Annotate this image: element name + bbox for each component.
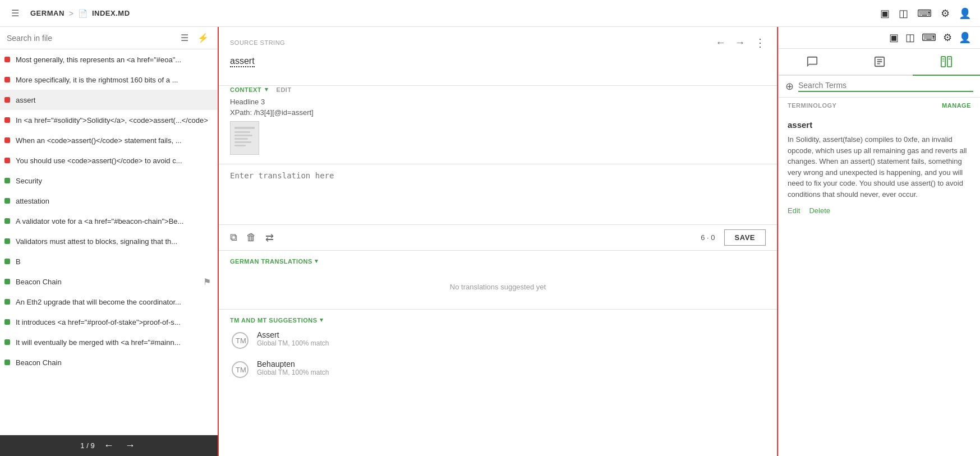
list-item[interactable]: In <a href="#solidity">Solidity</a>, <co… — [0, 110, 218, 130]
svg-rect-14 — [941, 57, 945, 67]
file-name[interactable]: INDEX.MD — [92, 9, 130, 17]
next-page-button[interactable]: → — [123, 440, 137, 452]
right-keyboard-icon[interactable]: ⌨ — [922, 31, 936, 44]
replace-translation-icon[interactable]: ⇄ — [265, 232, 274, 244]
list-item-text: An Eth2 upgrade that will become the coo… — [16, 298, 211, 306]
menu-icon[interactable]: ☰ — [9, 7, 21, 20]
svg-rect-15 — [947, 57, 951, 67]
term-edit-button[interactable]: Edit — [788, 206, 800, 215]
tm-item-main: Assert — [257, 330, 766, 339]
list-item[interactable]: Beacon Chain — [0, 352, 218, 372]
context-xpath: XPath: /h3[4][@id=assert] — [230, 108, 766, 117]
tab-comments[interactable] — [779, 49, 846, 76]
list-item-text: More specifically, it is the rightmost 1… — [16, 76, 211, 84]
layout2-icon[interactable]: ◫ — [899, 7, 908, 20]
context-arrow-icon[interactable]: ▾ — [265, 86, 269, 93]
list-item-text: B — [16, 257, 211, 266]
right-layout1-icon[interactable]: ▣ — [889, 31, 899, 44]
list-icon[interactable]: ☰ — [178, 31, 191, 44]
right-layout2-icon[interactable]: ◫ — [905, 31, 915, 44]
term-search-input[interactable] — [798, 81, 973, 92]
source-section: SOURCE STRING ← → ⋮ assert — [219, 27, 777, 86]
user-icon[interactable]: 👤 — [959, 7, 971, 20]
list-item[interactable]: A validator vote for a <a href="#beacon-… — [0, 211, 218, 231]
list-item-text: Beacon Chain — [16, 358, 211, 367]
middle-panel: SOURCE STRING ← → ⋮ assert CONTEXT ▾ EDI… — [219, 27, 778, 456]
list-item-dot — [4, 279, 10, 284]
list-item-text: You should use <code>assert()</code> to … — [16, 156, 211, 165]
prev-page-button[interactable]: ← — [102, 440, 116, 452]
list-item[interactable]: When an <code>assert()</code> statement … — [0, 130, 218, 150]
list-item[interactable]: assert — [0, 90, 218, 110]
list-item-dot — [4, 339, 10, 345]
tm-item-text: Behaupten Global TM, 100% match — [257, 360, 766, 376]
tm-item[interactable]: TM Assert Global TM, 100% match — [230, 330, 766, 351]
list-item[interactable]: More specifically, it is the rightmost 1… — [0, 70, 218, 90]
list-item[interactable]: Security — [0, 171, 218, 191]
context-image — [230, 121, 259, 155]
svg-rect-16 — [942, 59, 945, 59]
source-nav-next[interactable]: → — [735, 37, 746, 49]
list-item-dot — [4, 198, 10, 204]
trans-count: 6 · 0 — [701, 233, 715, 242]
left-list: Most generally, this represents an <a hr… — [0, 49, 218, 435]
add-term-icon[interactable]: ⊕ — [785, 80, 794, 93]
tm-item[interactable]: TM Behaupten Global TM, 100% match — [230, 360, 766, 380]
filter-icon[interactable]: ⚡ — [195, 31, 211, 44]
copy-source-icon[interactable]: ⧉ — [230, 232, 237, 244]
term-content: assert In Solidity, assert(false) compil… — [779, 113, 980, 456]
list-item-dot — [4, 97, 10, 103]
list-item[interactable]: Validators must attest to blocks, signal… — [0, 231, 218, 251]
svg-rect-3 — [234, 138, 248, 140]
tm-section: TM AND MT SUGGESTIONS ▾ TM Assert Global… — [219, 309, 777, 395]
term-delete-button[interactable]: Delete — [809, 206, 830, 215]
list-item[interactable]: It introduces <a href="#proof-of-stake">… — [0, 312, 218, 332]
tab-glossary[interactable] — [913, 49, 980, 76]
source-nav-prev[interactable]: ← — [716, 37, 726, 49]
delete-translation-icon[interactable]: 🗑 — [246, 232, 256, 244]
list-item[interactable]: It will eventually be merged with <a hre… — [0, 332, 218, 352]
right-user-icon[interactable]: 👤 — [959, 31, 971, 44]
list-item[interactable]: Beacon Chain⚑ — [0, 271, 218, 292]
gear-icon[interactable]: ⚙ — [941, 7, 950, 20]
list-item[interactable]: attestation — [0, 191, 218, 211]
list-item-dot — [4, 259, 10, 264]
translation-section — [219, 164, 777, 224]
list-item[interactable]: B — [0, 251, 218, 271]
list-item-text: In <a href="#solidity">Solidity</a>, <co… — [16, 116, 211, 125]
source-label-bar: SOURCE STRING ← → ⋮ — [230, 36, 766, 49]
translation-input[interactable] — [230, 171, 766, 216]
right-panel: ▣ ◫ ⌨ ⚙ 👤 ⊕ TERMINOLOGY MANAGE asse — [778, 27, 980, 456]
terminology-header: TERMINOLOGY MANAGE — [779, 98, 980, 113]
svg-rect-11 — [877, 59, 882, 60]
layout1-icon[interactable]: ▣ — [880, 7, 890, 20]
term-actions: Edit Delete — [788, 206, 971, 215]
keyboard-icon[interactable]: ⌨ — [917, 7, 932, 20]
tab-info[interactable] — [846, 49, 913, 76]
right-gear-icon[interactable]: ⚙ — [943, 31, 952, 44]
list-item-dot — [4, 117, 10, 123]
right-search-bar: ⊕ — [779, 76, 980, 98]
list-item-text: It introduces <a href="#proof-of-stake">… — [16, 318, 211, 326]
context-section: CONTEXT ▾ EDIT Headline 3 XPath: /h3[4][… — [219, 86, 777, 164]
tm-item-sub: Global TM, 100% match — [257, 369, 766, 376]
tm-items: TM Assert Global TM, 100% match TM Behau… — [230, 330, 766, 380]
list-item-dot — [4, 238, 10, 244]
manage-button[interactable]: MANAGE — [942, 102, 971, 109]
german-trans-label: GERMAN TRANSLATIONS ▾ — [230, 257, 766, 265]
save-button[interactable]: SAVE — [724, 229, 766, 246]
search-input[interactable] — [7, 34, 174, 43]
list-item[interactable]: Most generally, this represents an <a hr… — [0, 49, 218, 70]
no-translations-text: No translations suggested yet — [230, 271, 766, 302]
list-item[interactable]: An Eth2 upgrade that will become the coo… — [0, 292, 218, 312]
edit-label[interactable]: EDIT — [277, 86, 292, 93]
left-panel-icons: ☰ ⚡ — [178, 31, 211, 44]
list-item[interactable]: You should use <code>assert()</code> to … — [0, 150, 218, 171]
list-item-text: When an <code>assert()</code> statement … — [16, 136, 211, 145]
list-item-dot — [4, 360, 10, 365]
list-item-dot — [4, 319, 10, 325]
source-more-icon[interactable]: ⋮ — [754, 36, 766, 49]
tm-item-text: Assert Global TM, 100% match — [257, 330, 766, 347]
project-name[interactable]: GERMAN — [30, 9, 65, 17]
terminology-label: TERMINOLOGY — [788, 102, 836, 109]
